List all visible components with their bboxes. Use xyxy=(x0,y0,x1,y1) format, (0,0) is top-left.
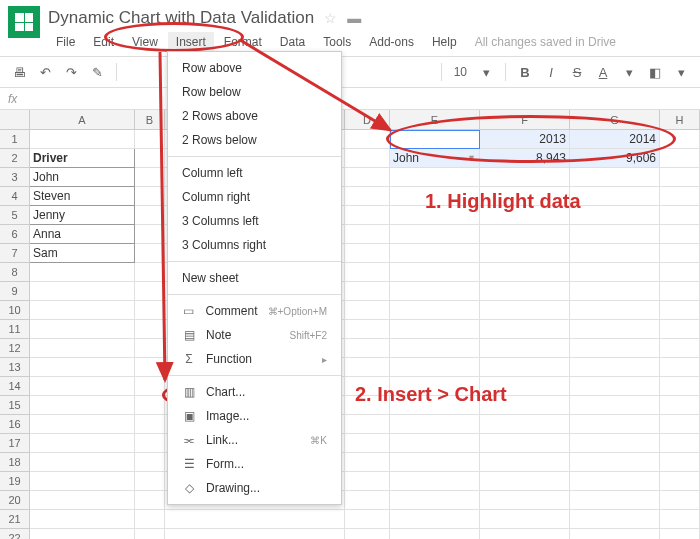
cell[interactable] xyxy=(390,434,480,453)
cell[interactable] xyxy=(660,472,700,491)
cell[interactable] xyxy=(480,168,570,187)
cell[interactable] xyxy=(480,396,570,415)
cell[interactable]: Sam xyxy=(30,244,135,263)
cell[interactable] xyxy=(570,206,660,225)
cell[interactable] xyxy=(660,187,700,206)
cell[interactable] xyxy=(570,377,660,396)
cell[interactable] xyxy=(660,529,700,539)
cell[interactable]: 8,943 xyxy=(480,149,570,168)
cell[interactable] xyxy=(570,263,660,282)
cell[interactable] xyxy=(30,415,135,434)
cell[interactable] xyxy=(345,130,390,149)
cell[interactable] xyxy=(345,434,390,453)
cell[interactable] xyxy=(30,263,135,282)
cell[interactable] xyxy=(30,282,135,301)
menu-tools[interactable]: Tools xyxy=(315,32,359,52)
cell[interactable] xyxy=(135,263,165,282)
cell[interactable] xyxy=(660,377,700,396)
cell[interactable] xyxy=(660,244,700,263)
cell[interactable] xyxy=(480,415,570,434)
cell[interactable] xyxy=(570,396,660,415)
cell[interactable] xyxy=(30,453,135,472)
folder-icon[interactable]: ▬ xyxy=(347,10,361,26)
cell[interactable] xyxy=(135,491,165,510)
cell[interactable] xyxy=(135,529,165,539)
col-header-d[interactable]: D xyxy=(345,110,390,129)
cell[interactable] xyxy=(570,339,660,358)
cell[interactable]: John▼ xyxy=(390,149,480,168)
cell[interactable] xyxy=(30,472,135,491)
fill-color-icon[interactable]: ◧ xyxy=(644,61,666,83)
row-header[interactable]: 14 xyxy=(0,377,30,396)
cell[interactable] xyxy=(135,168,165,187)
cell[interactable] xyxy=(480,282,570,301)
cell[interactable] xyxy=(390,358,480,377)
cell[interactable] xyxy=(480,206,570,225)
cell[interactable] xyxy=(480,225,570,244)
cell[interactable] xyxy=(345,187,390,206)
cell[interactable] xyxy=(135,415,165,434)
cell[interactable] xyxy=(660,339,700,358)
cell[interactable] xyxy=(135,225,165,244)
row-header[interactable]: 12 xyxy=(0,339,30,358)
cell[interactable] xyxy=(390,396,480,415)
col-header-b[interactable]: B xyxy=(135,110,165,129)
cell[interactable] xyxy=(570,320,660,339)
row-header[interactable]: 22 xyxy=(0,529,30,539)
cell[interactable] xyxy=(570,491,660,510)
cell[interactable] xyxy=(480,358,570,377)
cell[interactable] xyxy=(345,339,390,358)
menu-edit[interactable]: Edit xyxy=(85,32,122,52)
cell[interactable] xyxy=(570,358,660,377)
cell[interactable] xyxy=(660,415,700,434)
cell[interactable] xyxy=(660,149,700,168)
cell[interactable] xyxy=(480,510,570,529)
cell[interactable] xyxy=(30,339,135,358)
menu-format[interactable]: Format xyxy=(216,32,270,52)
menu-file[interactable]: File xyxy=(48,32,83,52)
row-header[interactable]: 5 xyxy=(0,206,30,225)
menu-image[interactable]: ▣Image... xyxy=(168,404,341,428)
cell[interactable] xyxy=(660,434,700,453)
cell[interactable] xyxy=(480,434,570,453)
menu-function[interactable]: ΣFunction▸ xyxy=(168,347,341,371)
menu-3cols-left[interactable]: 3 Columns left xyxy=(168,209,341,233)
cell[interactable] xyxy=(135,396,165,415)
cell[interactable]: 2013 xyxy=(480,130,570,149)
cell[interactable]: 2014 xyxy=(570,130,660,149)
cell[interactable] xyxy=(345,225,390,244)
cell[interactable] xyxy=(345,453,390,472)
cell[interactable] xyxy=(660,168,700,187)
row-header[interactable]: 19 xyxy=(0,472,30,491)
cell[interactable] xyxy=(660,206,700,225)
formula-bar[interactable]: fx xyxy=(0,88,700,110)
row-header[interactable]: 2 xyxy=(0,149,30,168)
cell[interactable] xyxy=(135,339,165,358)
cell[interactable] xyxy=(390,244,480,263)
cell[interactable] xyxy=(345,206,390,225)
row-header[interactable]: 3 xyxy=(0,168,30,187)
row-header[interactable]: 9 xyxy=(0,282,30,301)
menu-col-right[interactable]: Column right xyxy=(168,185,341,209)
cell[interactable] xyxy=(660,225,700,244)
menu-2rows-below[interactable]: 2 Rows below xyxy=(168,128,341,152)
cell[interactable] xyxy=(390,510,480,529)
menu-comment[interactable]: ▭Comment⌘+Option+M xyxy=(168,299,341,323)
cell[interactable] xyxy=(570,168,660,187)
menu-help[interactable]: Help xyxy=(424,32,465,52)
row-header[interactable]: 16 xyxy=(0,415,30,434)
cell[interactable] xyxy=(135,320,165,339)
cell[interactable] xyxy=(345,377,390,396)
cell[interactable] xyxy=(30,434,135,453)
row-header[interactable]: 15 xyxy=(0,396,30,415)
cell[interactable] xyxy=(345,472,390,491)
cell[interactable] xyxy=(30,358,135,377)
cell[interactable] xyxy=(345,168,390,187)
cell[interactable] xyxy=(480,472,570,491)
cell[interactable] xyxy=(570,510,660,529)
menu-chart[interactable]: ▥Chart... xyxy=(168,380,341,404)
menu-addons[interactable]: Add-ons xyxy=(361,32,422,52)
cell[interactable] xyxy=(660,510,700,529)
cell[interactable] xyxy=(135,377,165,396)
italic-icon[interactable]: I xyxy=(540,61,562,83)
